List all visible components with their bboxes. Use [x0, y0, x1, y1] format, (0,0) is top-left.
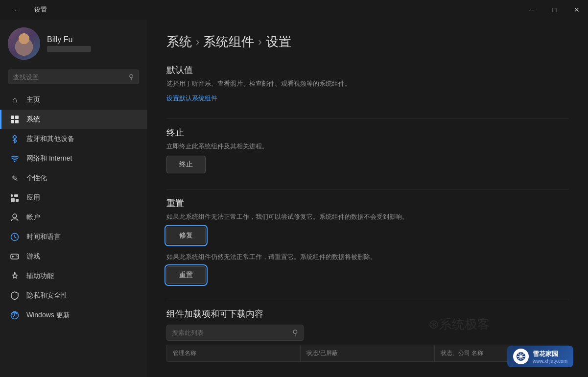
sidebar-item-gaming[interactable]: 游戏 — [0, 247, 147, 266]
repair-desc: 如果此系统组件无法正常工作，我们可以尝试修复它。系统组件的数据不会受到影响。 — [166, 212, 568, 222]
addons-section: 组件加载项和可下载内容 ⚲ 管理名称 状态/已屏蔽 状态、公司 名称 — [166, 308, 568, 362]
privacy-icon — [10, 291, 20, 301]
svg-rect-0 — [11, 116, 14, 119]
reset-section: 重置 如果此系统组件无法正常工作，我们可以尝试修复它。系统组件的数据不会受到影响… — [166, 197, 568, 284]
sidebar-item-system[interactable]: 系统 — [0, 110, 147, 129]
personalization-icon: ✎ — [10, 173, 20, 183]
search-input[interactable] — [13, 73, 125, 81]
sidebar-item-label: 时间和语言 — [26, 233, 61, 241]
sidebar-item-accounts[interactable]: 帐户 — [0, 208, 147, 227]
sidebar-item-label: 游戏 — [26, 252, 40, 261]
sidebar-item-label: 辅助功能 — [26, 272, 54, 281]
maximize-button[interactable]: □ — [543, 0, 565, 20]
system-icon — [10, 115, 20, 124]
svg-point-8 — [13, 214, 17, 218]
time-icon — [10, 232, 20, 242]
search-icon: ⚲ — [129, 73, 134, 81]
titlebar-left: ← 设置 — [6, 0, 47, 20]
bluetooth-icon — [10, 134, 20, 144]
reset-button[interactable]: 重置 — [166, 266, 206, 284]
profile-info: Billy Fu — [47, 35, 91, 52]
titlebar: ← 设置 ─ □ ✕ — [0, 0, 588, 20]
defaults-title: 默认值 — [166, 64, 568, 76]
svg-rect-3 — [15, 120, 19, 123]
search-container: ⚲ — [0, 66, 147, 90]
svg-point-4 — [14, 161, 16, 163]
svg-rect-2 — [11, 120, 14, 123]
addon-search-input[interactable] — [172, 329, 288, 336]
breadcrumb-current: 设置 — [266, 33, 291, 50]
divider-2 — [166, 189, 568, 189]
terminate-button[interactable]: 终止 — [166, 156, 206, 173]
breadcrumb-sep-2: › — [258, 36, 261, 48]
sidebar-item-accessibility[interactable]: 辅助功能 — [0, 266, 147, 286]
gaming-icon — [10, 252, 20, 261]
divider-1 — [166, 118, 568, 119]
defaults-desc: 选择用于听音乐、查看照片、检查邮件、观看视频等的系统组件。 — [166, 79, 568, 89]
nav-list: ⌂ 主页 系统 — [0, 90, 147, 325]
svg-point-14 — [17, 257, 18, 258]
sidebar-item-label: 蓝牙和其他设备 — [26, 135, 74, 143]
table-col-3: 状态、公司 名称 — [435, 345, 568, 361]
breadcrumb-system[interactable]: 系统 — [166, 33, 192, 50]
svg-rect-7 — [16, 199, 19, 202]
apps-icon — [10, 193, 20, 203]
titlebar-title: 设置 — [34, 5, 47, 14]
table-col-1: 管理名称 — [167, 345, 301, 361]
sidebar: Billy Fu ⚲ ⌂ 主页 — [0, 20, 147, 377]
close-button[interactable]: ✕ — [565, 0, 588, 20]
svg-rect-5 — [14, 194, 18, 197]
divider-3 — [166, 300, 568, 300]
windows-update-icon — [10, 310, 20, 320]
minimize-button[interactable]: ─ — [520, 0, 543, 20]
breadcrumb-sep-1: › — [196, 36, 199, 48]
sidebar-item-label: 系统 — [26, 115, 40, 124]
search-box[interactable]: ⚲ — [8, 70, 139, 84]
terminate-title: 终止 — [166, 127, 568, 139]
home-icon: ⌂ — [10, 95, 20, 105]
svg-point-15 — [14, 272, 16, 274]
sidebar-item-label: 个性化 — [26, 174, 47, 183]
sidebar-item-bluetooth[interactable]: 蓝牙和其他设备 — [0, 129, 147, 149]
addon-search-icon: ⚲ — [292, 328, 298, 337]
sidebar-item-network[interactable]: 网络和 Internet — [0, 149, 147, 168]
terminate-desc: 立即终止此系统组件及其相关进程。 — [166, 141, 568, 151]
accounts-icon — [10, 212, 20, 222]
avatar-image — [8, 27, 40, 60]
sidebar-item-windows-update[interactable]: Windows 更新 — [0, 306, 147, 325]
profile-section[interactable]: Billy Fu — [0, 20, 147, 66]
defaults-link[interactable]: 设置默认系统组件 — [166, 94, 217, 102]
main-container: Billy Fu ⚲ ⌂ 主页 — [0, 20, 588, 377]
sidebar-item-label: 隐私和安全性 — [26, 291, 68, 300]
sidebar-item-label: 应用 — [26, 193, 40, 202]
repair-button[interactable]: 修复 — [166, 227, 206, 244]
avatar — [8, 27, 40, 60]
sidebar-item-time[interactable]: 时间和语言 — [0, 227, 147, 247]
svg-point-13 — [16, 256, 17, 257]
reset-desc: 如果此系统组件仍然无法正常工作，请重置它。系统组件的数据将被删除。 — [166, 252, 568, 262]
sidebar-item-home[interactable]: ⌂ 主页 — [0, 90, 147, 110]
sidebar-item-personalization[interactable]: ✎ 个性化 — [0, 168, 147, 188]
sidebar-item-label: 主页 — [26, 95, 40, 104]
back-button[interactable]: ← — [6, 0, 28, 20]
sidebar-item-label: Windows 更新 — [26, 311, 70, 320]
table-col-2: 状态/已屏蔽 — [301, 345, 434, 361]
addon-search-box[interactable]: ⚲ — [166, 325, 304, 341]
sidebar-item-label: 网络和 Internet — [26, 154, 72, 163]
accessibility-icon — [10, 271, 20, 281]
profile-subtitle — [47, 46, 91, 52]
breadcrumb: 系统 › 系统组件 › 设置 — [166, 33, 568, 50]
profile-name: Billy Fu — [47, 35, 91, 44]
content-area: 系统 › 系统组件 › 设置 默认值 选择用于听音乐、查看照片、检查邮件、观看视… — [147, 20, 588, 377]
table-header: 管理名称 状态/已屏蔽 状态、公司 名称 — [166, 345, 568, 362]
titlebar-controls: ─ □ ✕ — [520, 0, 588, 20]
sidebar-item-label: 帐户 — [26, 213, 40, 222]
svg-rect-6 — [11, 198, 15, 202]
breadcrumb-components[interactable]: 系统组件 — [203, 33, 254, 50]
network-icon — [10, 154, 20, 164]
sidebar-item-apps[interactable]: 应用 — [0, 188, 147, 208]
reset-title: 重置 — [166, 197, 568, 209]
addons-title: 组件加载项和可下载内容 — [166, 308, 568, 320]
defaults-section: 默认值 选择用于听音乐、查看照片、检查邮件、观看视频等的系统组件。 设置默认系统… — [166, 64, 568, 103]
sidebar-item-privacy[interactable]: 隐私和安全性 — [0, 286, 147, 306]
